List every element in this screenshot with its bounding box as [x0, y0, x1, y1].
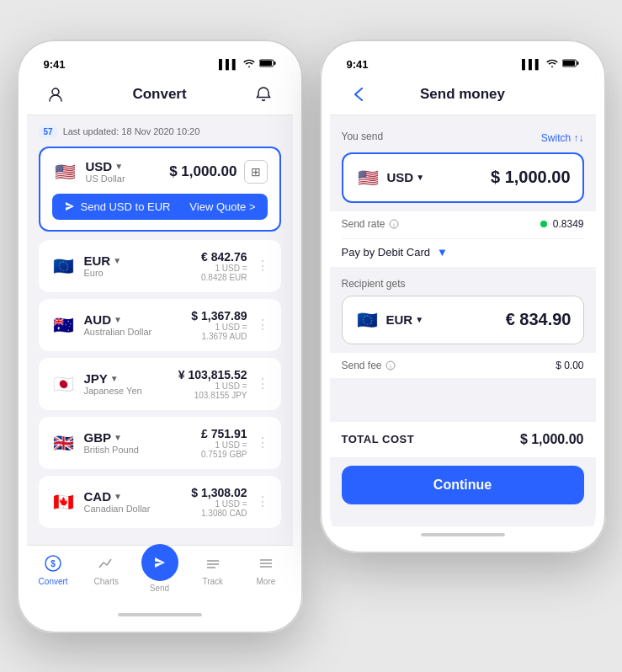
total-cost-row: TOTAL COST $ 1,000.00	[330, 422, 596, 457]
recipient-amount: € 834.90	[506, 310, 571, 329]
svg-text:$: $	[51, 559, 56, 568]
convert-nav-icon: $	[44, 554, 62, 573]
usd-code[interactable]: USD ▼	[86, 159, 125, 173]
jpy-code: JPY ▼	[84, 371, 142, 386]
nav-item-track[interactable]: Track	[186, 552, 239, 593]
send-usd-to-eur-button[interactable]: Send USD to EUR View Quote >	[52, 194, 268, 220]
send-nav-button[interactable]	[141, 544, 178, 581]
nav-bar-2: Send money	[330, 76, 596, 115]
recipient-currency-selector[interactable]: 🇪🇺 EUR ▼	[354, 307, 424, 333]
signal-icon-2: ▌▌▌	[522, 59, 541, 69]
nav-item-charts[interactable]: Charts	[80, 552, 133, 593]
pay-method-row[interactable]: Pay by Debit Card ▼	[330, 239, 596, 265]
rate-card-eur[interactable]: 🇪🇺 EUR ▼ Euro € 842.76 1 USD =0.8428 EUR	[39, 240, 281, 292]
aud-flag: 🇦🇺	[51, 312, 77, 339]
aud-rate: 1 USD =1.3679 AUD	[191, 323, 247, 341]
eur-flag: 🇪🇺	[51, 253, 77, 280]
convert-nav-label: Convert	[39, 577, 68, 586]
person-icon[interactable]	[44, 83, 67, 106]
status-time-2: 9:41	[347, 58, 369, 71]
cad-amount: $ 1,308.02	[191, 486, 247, 499]
back-icon[interactable]	[347, 83, 370, 106]
nav-item-convert[interactable]: $ Convert	[27, 552, 80, 593]
nav-item-more[interactable]: More	[239, 552, 292, 593]
battery-icon-2	[562, 59, 579, 69]
cad-more-icon[interactable]: ⋮	[256, 493, 269, 509]
jpy-flag: 🇯🇵	[51, 371, 77, 397]
eur-more-icon[interactable]: ⋮	[256, 258, 269, 274]
nav-bar-1: Convert	[27, 76, 293, 115]
info-icon-fee: i	[385, 360, 396, 371]
gbp-amount: £ 751.91	[201, 427, 247, 440]
rate-cards-list: 🇪🇺 EUR ▼ Euro € 842.76 1 USD =0.8428 EUR	[39, 240, 281, 528]
last-updated: 57 Last updated: 18 Nov 2020 10:20	[39, 125, 281, 138]
send-currency-selector[interactable]: 🇺🇸 USD ▼	[355, 164, 425, 191]
recipient-gets-label: Recipient gets	[342, 278, 406, 290]
send-amount: $ 1,000.00	[491, 168, 571, 187]
cad-name: Canadian Dollar	[84, 504, 151, 514]
nav-item-send[interactable]: Send	[133, 552, 186, 593]
eur-rate: 1 USD =0.8428 EUR	[201, 264, 247, 282]
cad-rate: 1 USD =1.3080 CAD	[191, 499, 247, 518]
charts-nav-label: Charts	[94, 577, 119, 586]
gbp-code: GBP ▼	[84, 430, 139, 445]
status-bar-2: 9:41 ▌▌▌	[330, 50, 596, 76]
you-send-label: You send	[342, 131, 384, 142]
aud-name: Australian Dollar	[84, 327, 152, 337]
status-icons-2: ▌▌▌	[522, 59, 578, 69]
gbp-flag: 🇬🇧	[51, 429, 77, 456]
recipient-flag: 🇪🇺	[354, 307, 381, 333]
gbp-more-icon[interactable]: ⋮	[256, 435, 269, 451]
send-nav-icon	[152, 554, 168, 571]
eur-name: Euro	[84, 268, 122, 278]
send-fee-label: Send fee i	[342, 360, 396, 371]
svg-point-3	[52, 88, 59, 95]
send-currency-card[interactable]: 🇺🇸 USD ▼ $ 1,000.00	[342, 152, 584, 203]
rate-card-cad[interactable]: 🇨🇦 CAD ▼ Canadian Dollar $ 1,308.02 1 US…	[39, 476, 281, 528]
eur-code: EUR ▼	[84, 253, 122, 268]
recipient-currency-card[interactable]: 🇪🇺 EUR ▼ € 834.90	[342, 296, 584, 344]
recipient-gets-header: Recipient gets	[330, 267, 596, 296]
continue-button[interactable]: Continue	[342, 466, 584, 504]
main-currency-card[interactable]: 🇺🇸 USD ▼ US Dollar $ 1,000.00	[39, 147, 281, 232]
view-quote: View Quote >	[189, 200, 255, 213]
send-rate-value: 0.8349	[540, 218, 583, 230]
svg-rect-13	[577, 61, 578, 65]
track-nav-label: Track	[202, 577, 223, 586]
svg-rect-1	[274, 61, 275, 65]
aud-code: AUD ▼	[84, 312, 152, 327]
jpy-more-icon[interactable]: ⋮	[256, 376, 269, 392]
eur-amount: € 842.76	[201, 250, 247, 264]
send-money-title: Send money	[420, 86, 505, 103]
last-updated-text: Last updated: 18 Nov 2020 10:20	[63, 126, 200, 136]
calculator-icon[interactable]: ⊞	[244, 160, 268, 184]
aud-amount: $ 1,367.89	[191, 309, 247, 323]
svg-text:i: i	[390, 363, 391, 369]
usd-name: US Dollar	[86, 173, 125, 184]
jpy-rate: 1 USD =103.8155 JPY	[178, 381, 247, 400]
signal-icon: ▌▌▌	[219, 59, 238, 69]
send-info-section: Send rate i 0.8349 Pay by Debit Card ▼	[330, 211, 596, 267]
send-nav-label: Send	[150, 584, 169, 593]
battery-icon	[259, 59, 276, 69]
gbp-rate: 1 USD =0.7519 GBP	[201, 440, 247, 459]
wifi-icon-2	[546, 59, 558, 69]
status-bar-1: 9:41 ▌▌▌	[27, 50, 293, 76]
rate-card-jpy[interactable]: 🇯🇵 JPY ▼ Japanese Yen ¥ 103,815.52 1 USD…	[39, 358, 281, 410]
send-code: USD ▼	[387, 170, 425, 184]
send-icon	[64, 200, 76, 212]
status-time-1: 9:41	[44, 58, 66, 71]
bell-icon[interactable]	[252, 83, 275, 106]
track-nav-icon	[204, 554, 222, 573]
home-indicator-2	[330, 526, 596, 543]
switch-button[interactable]: Switch ↑↓	[541, 132, 584, 144]
send-rate-row: Send rate i 0.8349	[330, 211, 596, 237]
rate-card-gbp[interactable]: 🇬🇧 GBP ▼ British Pound £ 751.91 1 USD =0…	[39, 417, 281, 469]
phone-convert: 9:41 ▌▌▌ Convert	[17, 40, 303, 633]
screen-content-1: 57 Last updated: 18 Nov 2020 10:20 🇺🇸 US…	[27, 115, 293, 545]
rate-card-aud[interactable]: 🇦🇺 AUD ▼ Australian Dollar $ 1,367.89 1 …	[39, 299, 281, 351]
aud-more-icon[interactable]: ⋮	[256, 317, 269, 333]
bottom-nav-1: $ Convert Charts Send	[27, 545, 293, 606]
pay-method-label: Pay by Debit Card ▼	[342, 246, 448, 259]
send-fee-row: Send fee i $ 0.00	[330, 353, 596, 378]
